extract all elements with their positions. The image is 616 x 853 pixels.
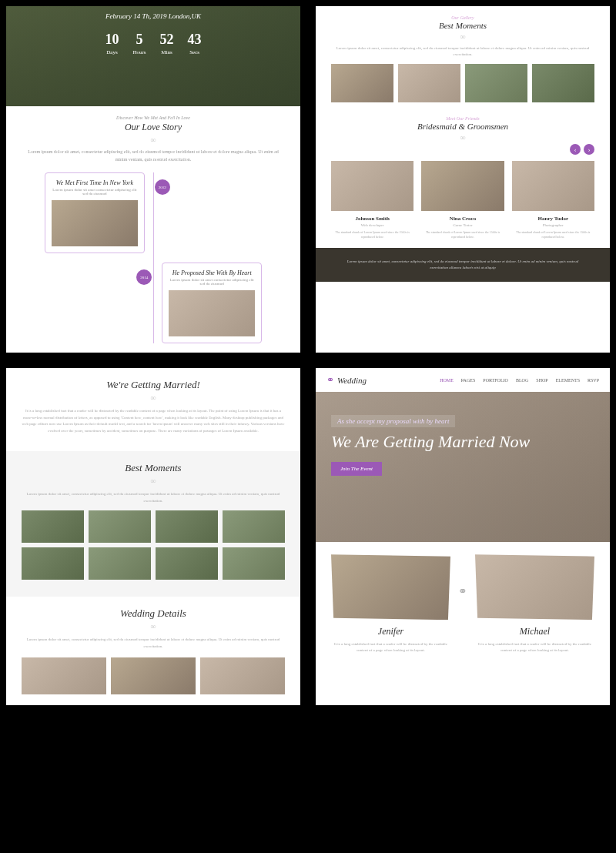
divider-icon: ∞ [22, 477, 285, 485]
gallery-image[interactable] [22, 510, 84, 543]
section-title: Our Love Story [22, 122, 285, 133]
section-desc: Lorem ipsum dolor sit amet, consectetur … [22, 637, 285, 650]
member-role: Game Tester [421, 223, 504, 227]
hero-subtitle: As she accept my proposal with by heart [331, 415, 455, 427]
template-preview-3: We're Getting Married! ∞ It is a long es… [6, 368, 300, 705]
logo[interactable]: ⚭ Wedding [326, 374, 367, 386]
gallery-row [331, 64, 594, 102]
countdown: 10Days 5Hours 52Mins 43Secs [6, 32, 300, 55]
bride-desc: It is a long established fact that a rea… [331, 641, 450, 653]
member-role: Photographer [512, 223, 594, 227]
timeline-item: 2014 He Proposed She With By Heart Lorem… [162, 263, 262, 343]
member-role: Web developer [331, 223, 413, 227]
team-member: Hanry Tudor Photographer The standard ch… [512, 161, 594, 239]
countdown-days: 10Days [105, 32, 119, 55]
rings-icon: ⚭ [326, 374, 334, 386]
gallery-image[interactable] [223, 510, 285, 543]
divider-icon: ∞ [22, 135, 285, 144]
nav-link-portfolio[interactable]: PORTFOLIO [483, 378, 508, 383]
year-badge: 2014 [136, 269, 152, 285]
section-desc: Lorem ipsum dolor sit amet, consectetur … [22, 149, 285, 163]
team-member: Nina Croco Game Tester The standard chun… [421, 161, 504, 239]
nav-link-rsvp[interactable]: RSVP [588, 378, 599, 383]
member-desc: The standard chunk of Lorem Ipsum used s… [421, 230, 504, 239]
nav-menu: HOME PAGES PORTFOLIO BLOG SHOP ELEMENTS … [440, 378, 599, 383]
gallery-image[interactable] [89, 510, 151, 543]
divider-icon: ∞ [22, 622, 285, 631]
member-image [421, 161, 504, 211]
nav-link-home[interactable]: HOME [440, 378, 454, 383]
gallery-image[interactable] [398, 64, 460, 102]
countdown-hours: 5Hours [132, 32, 146, 55]
section-title: Wedding Details [22, 607, 285, 620]
bride-name: Jenifer [331, 626, 450, 637]
member-desc: The standard chunk of Lorem Ipsum used s… [331, 230, 413, 239]
gallery-grid [22, 510, 285, 580]
couple-section: Jenifer It is a long established fact th… [316, 542, 610, 665]
moments-section: Best Moments ∞ Lorem ipsum dolor sit ame… [6, 451, 300, 597]
timeline-title: We Met First Time In New York [52, 179, 138, 186]
team-row: Johnson Smith Web developer The standard… [331, 161, 594, 239]
timeline-desc: Lorem ipsum dolor sit amet consectetur a… [169, 278, 255, 286]
member-desc: The standard chunk of Lorem Ipsum used s… [512, 230, 594, 239]
hero-countdown: February 14 Th, 2019 London,UK 10Days 5H… [6, 6, 300, 106]
wedding-date: February 14 Th, 2019 London,UK [6, 12, 300, 20]
groom-desc: It is a long established fact that a rea… [475, 641, 594, 653]
section-title: Bridesmaid & Groomsmen [331, 122, 594, 131]
template-preview-4: ⚭ Wedding HOME PAGES PORTFOLIO BLOG SHOP… [316, 368, 610, 705]
section-subtitle: Discover How We Met And Fell In Love [22, 115, 285, 120]
join-event-button[interactable]: Join The Event [331, 462, 382, 476]
section-desc: Lorem ipsum dolor sit amet, consectetur … [22, 491, 285, 504]
member-image [331, 161, 413, 211]
divider-icon: ∞ [22, 393, 285, 402]
gallery-image[interactable] [22, 547, 84, 580]
section-desc: Lorem ipsum dolor sit amet, consectetur … [331, 45, 594, 58]
bride-image [331, 554, 450, 620]
nav-link-pages[interactable]: PAGES [461, 378, 475, 383]
carousel-nav: ‹ › [331, 144, 594, 155]
gallery-image[interactable] [89, 547, 151, 580]
detail-image [200, 657, 285, 694]
team-member: Johnson Smith Web developer The standard… [331, 161, 413, 239]
brand-name: Wedding [337, 376, 367, 385]
member-name: Hanry Tudor [512, 216, 594, 222]
gallery-image[interactable] [532, 64, 594, 102]
section-subtitle: Our Gallery [331, 15, 594, 20]
groom-image [475, 554, 594, 620]
detail-images [22, 657, 285, 694]
groom-card: Michael It is a long established fact th… [475, 554, 594, 653]
timeline-image [52, 200, 138, 246]
timeline: 2012 We Met First Time In New York Lorem… [22, 172, 285, 343]
gallery-image[interactable] [465, 64, 527, 102]
bride-card: Jenifer It is a long established fact th… [331, 554, 450, 653]
member-name: Nina Croco [421, 216, 504, 222]
gallery-image[interactable] [223, 547, 285, 580]
navbar: ⚭ Wedding HOME PAGES PORTFOLIO BLOG SHOP… [316, 368, 610, 392]
year-badge: 2012 [155, 179, 170, 195]
section-desc: It is a long established fact that a rea… [22, 408, 285, 434]
nav-link-blog[interactable]: BLOG [516, 378, 528, 383]
timeline-desc: Lorem ipsum dolor sit amet consectetur a… [52, 188, 138, 196]
countdown-mins: 52Mins [160, 32, 174, 55]
nav-link-elements[interactable]: ELEMENTS [556, 378, 580, 383]
love-story-section: Discover How We Met And Fell In Love Our… [6, 106, 300, 353]
section-subtitle: Meet Our Friends [331, 116, 594, 121]
timeline-title: He Proposed She With By Heart [169, 269, 255, 276]
member-name: Johnson Smith [331, 216, 413, 222]
prev-arrow-icon[interactable]: ‹ [570, 144, 581, 155]
timeline-item: 2012 We Met First Time In New York Lorem… [45, 172, 145, 253]
template-preview-1: February 14 Th, 2019 London,UK 10Days 5H… [6, 6, 300, 353]
married-section: We're Getting Married! ∞ It is a long es… [6, 368, 300, 451]
divider-icon: ∞ [331, 133, 594, 142]
gallery-image[interactable] [156, 547, 218, 580]
gallery-image[interactable] [331, 64, 393, 102]
timeline-image [169, 290, 255, 336]
gallery-image[interactable] [156, 510, 218, 543]
details-section: Wedding Details ∞ Lorem ipsum dolor sit … [6, 597, 300, 705]
footer-quote: Lorem ipsum dolor sit amet, consectetur … [316, 248, 610, 282]
nav-link-shop[interactable]: SHOP [536, 378, 547, 383]
rings-icon: ⚭ [458, 585, 467, 598]
next-arrow-icon[interactable]: › [584, 144, 594, 155]
divider-icon: ∞ [331, 32, 594, 41]
section-title: Best Moments [22, 462, 285, 474]
